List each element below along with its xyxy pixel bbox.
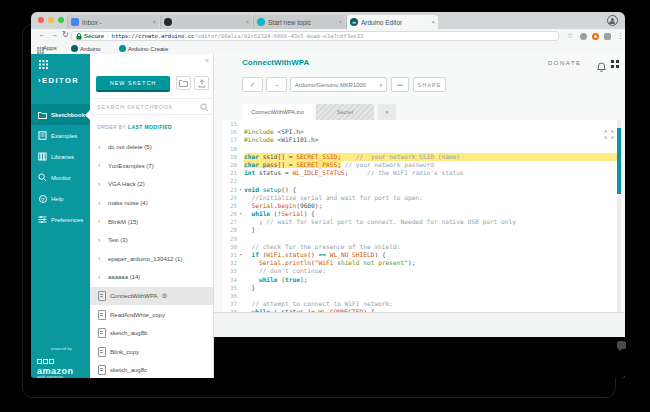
sketch-list-item[interactable]: ›Tesi (3) bbox=[90, 231, 214, 250]
new-sketch-button[interactable]: NEW SKETCH bbox=[96, 76, 170, 92]
browser-tab-inbox[interactable]: Inbox - × bbox=[67, 15, 159, 29]
sketch-file-icon bbox=[98, 310, 106, 320]
file-tabs: ConnectWithWPA.ino Secret ▾ bbox=[214, 104, 625, 120]
fold-caret-icon[interactable]: ▾ bbox=[237, 210, 244, 218]
help-icon: ? bbox=[38, 194, 47, 203]
tab-close-icon[interactable]: × bbox=[152, 19, 156, 25]
board-selector-value: Arduino/Genuino MKR1000 bbox=[295, 82, 366, 88]
tab-close-icon[interactable]: × bbox=[431, 19, 435, 25]
code-content: char pass[] = SECRET_PASS; // your netwo… bbox=[244, 161, 617, 169]
tab-close-icon[interactable]: × bbox=[245, 19, 249, 25]
chevron-down-icon: ▾ bbox=[379, 82, 382, 88]
tab-secret[interactable]: Secret bbox=[316, 104, 374, 120]
reload-icon[interactable]: ↻ bbox=[62, 30, 69, 39]
code-token: SECRET_PASS bbox=[296, 161, 337, 168]
sketch-list-item[interactable]: ›YunExamples (7) bbox=[90, 157, 214, 176]
zoom-window-button[interactable] bbox=[58, 17, 64, 23]
sidebar-item-label: Monitor bbox=[51, 175, 71, 181]
import-folder-button[interactable] bbox=[176, 76, 191, 90]
browser-tab-github[interactable]: × bbox=[160, 15, 252, 29]
url-separator: | bbox=[107, 33, 109, 39]
tab-connectwithwpa-ino[interactable]: ConnectWithWPA.ino bbox=[242, 104, 313, 120]
search-sketchbook-field[interactable]: SEARCH SKETCHBOOK bbox=[90, 98, 214, 115]
address-bar[interactable]: Secure | https://create.arduino.cc /edit… bbox=[71, 31, 559, 41]
sketch-list-item[interactable]: ReadAndWrite_copy bbox=[90, 305, 214, 324]
forward-icon[interactable]: → bbox=[50, 30, 58, 39]
bookmark-star-icon[interactable]: ☆ bbox=[567, 32, 573, 40]
tab-close-icon[interactable]: × bbox=[338, 19, 342, 25]
share-button[interactable]: SHARE bbox=[413, 77, 446, 92]
verify-button[interactable]: ✓ bbox=[242, 77, 263, 92]
sidebar-item-libraries[interactable]: Libraries bbox=[31, 146, 90, 167]
sketch-list-item[interactable]: Blink_copy bbox=[90, 343, 214, 362]
sketch-list-item[interactable]: ›BlinkM (15) bbox=[90, 212, 214, 231]
sketch-list-item[interactable]: ›epaper_arduino_130412 (1) bbox=[90, 250, 214, 269]
code-token: // the WiFi radio's status bbox=[348, 169, 463, 176]
sketch-list-item[interactable]: ›aaaaaa (14) bbox=[90, 268, 214, 287]
sidebar-item-preferences[interactable]: Preferences bbox=[31, 209, 90, 230]
code-line: 24 //Initialize serial and wait for port… bbox=[223, 194, 617, 202]
editor-scrollbar-thumb[interactable] bbox=[617, 128, 621, 194]
arduino-bookmark-icon bbox=[71, 45, 78, 52]
close-window-button[interactable] bbox=[38, 17, 44, 23]
code-token: while bbox=[259, 276, 278, 283]
browser-tab-start-new-topic[interactable]: Start new topic × bbox=[253, 15, 345, 29]
code-token: char bbox=[244, 153, 259, 160]
more-options-button[interactable]: ••• bbox=[391, 77, 409, 92]
extension-icon-1[interactable] bbox=[580, 33, 587, 40]
upload-sketch-button[interactable] bbox=[194, 76, 209, 90]
board-selector[interactable]: Arduino/Genuino MKR1000 ▾ bbox=[290, 77, 387, 92]
chrome-menu-icon[interactable]: ⋮ bbox=[617, 32, 624, 40]
apps-grid-icon[interactable] bbox=[39, 60, 41, 62]
fold-gutter bbox=[237, 169, 244, 177]
sidebar-item-monitor[interactable]: Monitor bbox=[31, 167, 90, 188]
upload-button[interactable]: → bbox=[266, 77, 287, 92]
sketch-list-item[interactable]: ›make noise (4) bbox=[90, 194, 214, 213]
sketch-list-item[interactable]: sketch_aug8b bbox=[90, 324, 214, 343]
sketch-list-item[interactable]: ›do not delete (5) bbox=[90, 138, 214, 157]
line-number: 21 bbox=[223, 169, 237, 177]
code-token: ) { bbox=[374, 251, 385, 258]
browser-tab-arduino-editor[interactable]: ∞ Arduino Editor × bbox=[346, 15, 438, 29]
code-token: ssid[] = bbox=[259, 153, 296, 160]
sketch-list-item[interactable]: ›VGA Hack (2) bbox=[90, 175, 214, 194]
code-content bbox=[244, 235, 617, 243]
bookmark-arduino[interactable]: Arduino bbox=[71, 45, 101, 52]
extension-icon-3[interactable] bbox=[604, 33, 611, 40]
sketch-list-item[interactable]: ConnectWithWPA⚙ bbox=[90, 287, 214, 306]
donate-link[interactable]: DONATE bbox=[548, 60, 582, 66]
order-by-control[interactable]: ORDER BY LAST MODIFIED bbox=[97, 124, 172, 130]
back-icon[interactable]: ← bbox=[38, 30, 46, 39]
fold-caret-icon[interactable]: ▾ bbox=[237, 186, 244, 194]
sketch-item-label: Blink_copy bbox=[110, 349, 139, 355]
chat-bubble-icon[interactable] bbox=[617, 341, 626, 349]
sketch-list-item[interactable]: sketch_aug8c bbox=[90, 361, 214, 378]
minimize-window-button[interactable] bbox=[48, 17, 54, 23]
chevron-right-icon: › bbox=[98, 200, 103, 207]
aws-logo: powered by amazon web services bbox=[37, 347, 74, 378]
panel-close-icon[interactable]: × bbox=[205, 57, 209, 64]
bookmark-apps[interactable]: Apps bbox=[37, 45, 57, 51]
fullscreen-icon[interactable] bbox=[604, 125, 614, 143]
notifications-bell-icon[interactable] bbox=[597, 58, 606, 76]
chevron-right-icon: › bbox=[98, 237, 103, 244]
sidebar-item-sketchbook[interactable]: Sketchbook bbox=[31, 104, 90, 125]
code-token: // attempt to connect to WiFi network: bbox=[244, 300, 393, 307]
console-panel[interactable] bbox=[214, 312, 625, 337]
order-by-value[interactable]: LAST MODIFIED bbox=[128, 124, 172, 130]
bookmark-arduino-create[interactable]: Arduino Create bbox=[119, 45, 168, 52]
extension-icon-2[interactable] bbox=[592, 33, 599, 40]
code-token: Serial bbox=[281, 210, 303, 217]
arduino-community-icon[interactable] bbox=[611, 60, 614, 63]
sidebar-item-help[interactable]: ? Help bbox=[31, 188, 90, 209]
code-editor[interactable]: 1516#include <SPI.h>17#include <WiFi101.… bbox=[223, 120, 617, 312]
code-content: #include <SPI.h> bbox=[244, 128, 617, 136]
sidebar-item-examples[interactable]: Examples bbox=[31, 125, 90, 146]
sketch-item-label: YunExamples (7) bbox=[108, 163, 154, 169]
fold-caret-icon[interactable]: ▾ bbox=[237, 251, 244, 259]
sketch-file-icon bbox=[98, 365, 106, 375]
fold-gutter bbox=[237, 267, 244, 275]
profile-icon[interactable] bbox=[607, 15, 618, 26]
gear-icon[interactable]: ⚙ bbox=[162, 292, 168, 300]
tab-list-dropdown[interactable]: ▾ bbox=[378, 104, 396, 120]
